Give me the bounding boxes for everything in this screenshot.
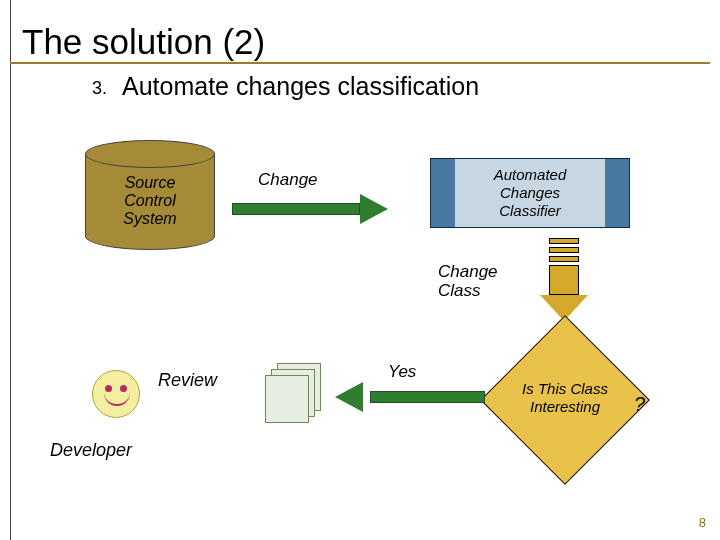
edge-review-label: Review bbox=[158, 370, 217, 391]
classifier-label: Automated Changes Classifier bbox=[455, 159, 605, 227]
list-number: 3. bbox=[92, 78, 107, 99]
node-source-control: Source Control System bbox=[85, 140, 215, 250]
developer-label: Developer bbox=[50, 440, 132, 461]
slide-left-rule bbox=[10, 0, 11, 540]
smiley-icon bbox=[92, 370, 140, 418]
title-underline: The solution (2) bbox=[10, 6, 710, 64]
page-number: 8 bbox=[699, 515, 706, 530]
arrow-change bbox=[232, 200, 392, 218]
slide-title: The solution (2) bbox=[22, 22, 265, 62]
edge-change-class-label: Change Class bbox=[438, 262, 498, 300]
edge-change-label: Change bbox=[258, 170, 318, 190]
decision-label: Is This Class Interesting bbox=[485, 380, 645, 416]
source-control-label: Source Control System bbox=[85, 174, 215, 228]
arrow-yes bbox=[335, 388, 485, 406]
cylinder-top bbox=[85, 140, 215, 168]
documents-icon bbox=[265, 363, 325, 423]
node-classifier: Automated Changes Classifier bbox=[430, 158, 630, 228]
list-item-text: Automate changes classification bbox=[122, 72, 479, 101]
edge-yes-label: Yes bbox=[388, 362, 416, 382]
decision-question-mark: ? bbox=[634, 393, 645, 416]
